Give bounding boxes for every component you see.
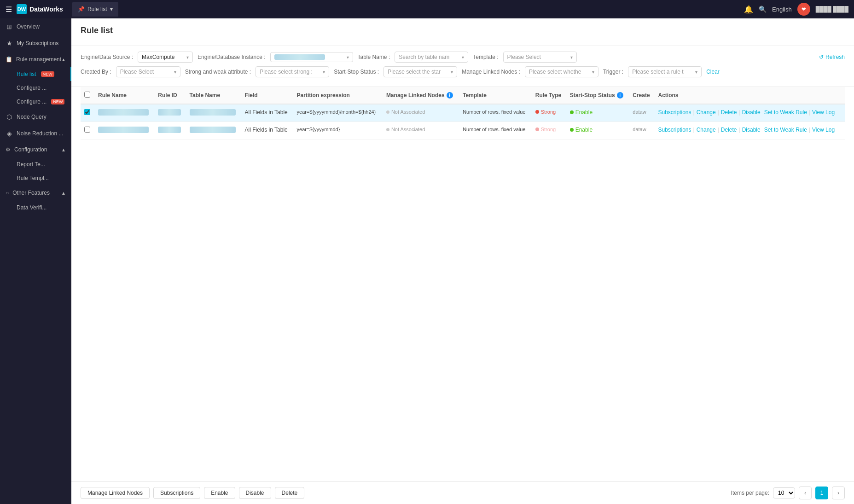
topbar-right: 🔔 🔍 English ❤ ████ ████ xyxy=(744,3,848,16)
pagination-next-button[interactable]: › xyxy=(832,487,845,499)
pagination-prev-button[interactable]: ‹ xyxy=(799,487,812,499)
configuration-arrow: ▲ xyxy=(61,147,66,152)
action-view-log-2[interactable]: View Log xyxy=(812,127,835,133)
action-delete-1[interactable]: Delete xyxy=(721,109,737,116)
td-checkbox-1 xyxy=(81,104,94,122)
action-set-weak-1[interactable]: Set to Weak Rule xyxy=(764,109,807,116)
manage-linked-nodes-button[interactable]: Manage Linked Nodes xyxy=(81,487,150,499)
sidebar-label-rule-list: Rule list xyxy=(17,71,36,77)
sidebar-label-rule-templ: Rule Templ... xyxy=(17,175,49,181)
action-change-2[interactable]: Change xyxy=(697,127,716,133)
refresh-button[interactable]: ↺ Refresh xyxy=(819,54,845,60)
action-set-weak-2[interactable]: Set to Weak Rule xyxy=(764,127,807,133)
engine-data-source-select[interactable]: MaxCompute ▾ xyxy=(138,52,193,63)
sidebar-item-my-subscriptions[interactable]: ★ My Subscriptions xyxy=(0,35,71,52)
td-checkbox-2 xyxy=(81,122,94,139)
user-avatar[interactable]: ❤ xyxy=(797,3,810,16)
not-associated-2: Not Associated xyxy=(386,127,455,132)
created-by-caret: ▾ xyxy=(174,70,176,75)
content-header: Rule list xyxy=(71,18,854,46)
bell-icon[interactable]: 🔔 xyxy=(744,5,753,14)
items-per-page-select[interactable]: 10 20 50 xyxy=(773,487,795,498)
created-by-label: Created By : xyxy=(81,69,111,75)
td-rule-type-1: Strong xyxy=(532,104,566,122)
td-table-name-2 xyxy=(186,122,241,139)
td-create-1: dataw xyxy=(629,104,654,122)
trigger-label: Trigger : xyxy=(603,69,623,75)
rule-id-2-blurred xyxy=(158,127,181,133)
filter-bar: Engine/Data Source : MaxCompute ▾ Engine… xyxy=(71,46,854,87)
table-row: All Fields in Table year=${yyyymmdd}/mon… xyxy=(81,104,845,122)
items-per-page-label: Items per page: xyxy=(731,490,769,496)
sidebar-item-noise-reduction[interactable]: ◈ Noise Reduction ... xyxy=(0,125,71,142)
clear-button[interactable]: Clear xyxy=(706,69,720,75)
engine-data-source-value: MaxCompute xyxy=(142,54,174,60)
start-stop-label: Start-Stop Status : xyxy=(334,69,379,75)
sidebar-item-configure-1[interactable]: Configure ... xyxy=(0,81,71,95)
row-2-checkbox[interactable] xyxy=(84,127,90,133)
enable-button[interactable]: Enable xyxy=(204,487,235,499)
th-rule-id: Rule ID xyxy=(154,87,186,104)
sidebar-item-data-verifi[interactable]: Data Verifi... xyxy=(0,201,71,214)
other-features-arrow: ▲ xyxy=(61,191,66,196)
sidebar-item-overview[interactable]: ⊞ Overview xyxy=(0,18,71,35)
created-by-select[interactable]: Please Select ▾ xyxy=(116,66,180,77)
subscriptions-button[interactable]: Subscriptions xyxy=(153,487,200,499)
manage-linked-info-icon[interactable]: i xyxy=(447,92,453,98)
manage-linked-nodes-header: Manage Linked Nodes i xyxy=(386,92,455,98)
topbar-tab-rule-list[interactable]: 📌 Rule list ▾ xyxy=(72,2,118,17)
tab-pin-icon: 📌 xyxy=(78,6,85,12)
search-icon[interactable]: 🔍 xyxy=(759,6,767,13)
sidebar-item-rule-list[interactable]: Rule list NEW xyxy=(0,67,71,81)
template-label: Template : xyxy=(473,54,498,60)
action-disable-2[interactable]: Disable xyxy=(742,127,761,133)
sidebar-label-other-features: Other Features xyxy=(12,190,50,196)
action-delete-2[interactable]: Delete xyxy=(721,127,737,133)
table-row: All Fields in Table year=${yyyymmdd} Not… xyxy=(81,122,845,139)
action-subscriptions-1[interactable]: Subscriptions xyxy=(658,109,691,116)
enable-badge-1: Enable xyxy=(570,109,593,116)
sidebar-section-header-configuration[interactable]: ⚙ Configuration ▲ xyxy=(0,142,71,157)
td-rule-name-1 xyxy=(94,104,154,122)
sidebar-section-header-other-features[interactable]: ○ Other Features ▲ xyxy=(0,185,71,201)
select-all-checkbox[interactable] xyxy=(84,92,90,98)
sidebar-label-report-te: Report Te... xyxy=(17,161,45,168)
sidebar-label-node-query: Node Query xyxy=(17,114,46,120)
td-field-1: All Fields in Table xyxy=(241,104,293,122)
strong-weak-select[interactable]: Please select strong : ▾ xyxy=(256,66,329,77)
user-name: ████ ████ xyxy=(816,6,848,12)
engine-database-instance-select[interactable]: ▾ xyxy=(270,52,353,62)
tab-label: Rule list xyxy=(87,6,107,12)
sidebar-item-rule-templ[interactable]: Rule Templ... xyxy=(0,171,71,185)
table-name-select[interactable]: Search by table nam ▾ xyxy=(395,52,468,63)
sidebar-section-header-rule-management[interactable]: 📋 Rule management ▲ xyxy=(0,52,71,67)
filter-row-1: Engine/Data Source : MaxCompute ▾ Engine… xyxy=(81,52,845,63)
td-table-name-1 xyxy=(186,104,241,122)
td-manage-linked-1: Not Associated xyxy=(383,104,459,122)
table-name-placeholder: Search by table nam xyxy=(399,54,449,60)
logo: DW DataWorks xyxy=(17,4,63,14)
action-disable-1[interactable]: Disable xyxy=(742,109,761,116)
language-selector[interactable]: English xyxy=(772,6,792,13)
template-select[interactable]: Please Select ▾ xyxy=(503,52,577,63)
trigger-select[interactable]: Please select a rule t ▾ xyxy=(628,66,702,77)
action-subscriptions-2[interactable]: Subscriptions xyxy=(658,127,691,133)
delete-button[interactable]: Delete xyxy=(275,487,305,499)
manage-linked-select[interactable]: Please select whethe ▾ xyxy=(525,66,598,77)
start-stop-select[interactable]: Please select the star ▾ xyxy=(383,66,457,77)
disable-button[interactable]: Disable xyxy=(239,487,271,499)
strong-weak-placeholder: Please select strong : xyxy=(260,69,313,75)
sidebar-item-report-te[interactable]: Report Te... xyxy=(0,157,71,171)
enable-badge-2: Enable xyxy=(570,127,593,133)
sidebar-item-configure-2[interactable]: Configure ... NEW xyxy=(0,95,71,109)
sidebar-item-node-query[interactable]: ⬡ Node Query xyxy=(0,109,71,125)
engine-database-instance-caret: ▾ xyxy=(347,55,349,60)
start-stop-info-icon[interactable]: i xyxy=(617,92,623,98)
action-change-1[interactable]: Change xyxy=(697,109,716,116)
filter-row-2: Created By : Please Select ▾ Strong and … xyxy=(81,66,845,77)
td-start-stop-2: Enable xyxy=(566,122,629,139)
hamburger-menu[interactable]: ☰ xyxy=(6,5,12,14)
pagination-page-1[interactable]: 1 xyxy=(815,487,828,499)
row-1-checkbox[interactable] xyxy=(84,109,90,115)
action-view-log-1[interactable]: View Log xyxy=(812,109,835,116)
